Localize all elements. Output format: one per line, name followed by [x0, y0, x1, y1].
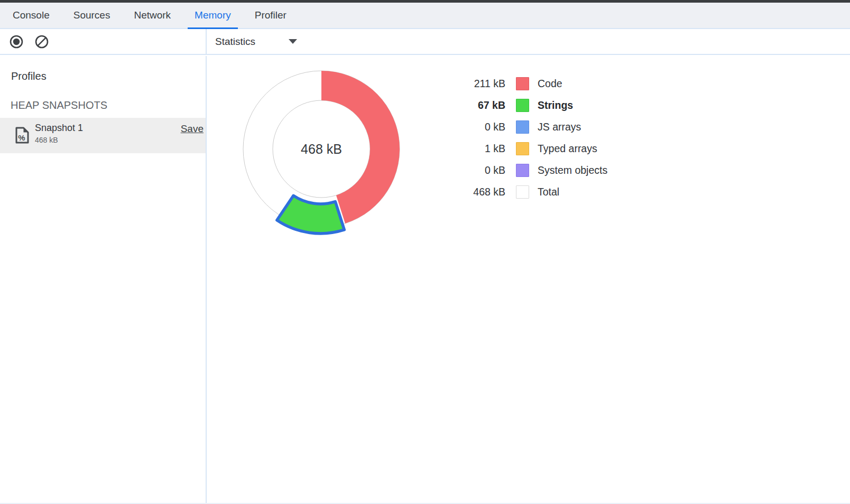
snapshot-size: 468 kB: [35, 136, 58, 144]
save-link[interactable]: Save: [181, 123, 204, 135]
legend-row-js-arrays[interactable]: 0 kB JS arrays: [454, 116, 607, 138]
legend-swatch-system-objects: [516, 164, 529, 177]
legend-swatch-typed-arrays: [516, 142, 529, 155]
legend-label: Code: [538, 78, 562, 90]
profiles-sidebar: Profiles HEAP SNAPSHOTS % Snapshot 1 468…: [0, 56, 207, 503]
snapshot-list-item[interactable]: % Snapshot 1 468 kB Save: [0, 118, 206, 153]
legend-label: System objects: [538, 164, 607, 176]
clear-icon[interactable]: [34, 34, 49, 49]
legend-value: 1 kB: [454, 143, 505, 155]
heap-snapshots-section-heading: HEAP SNAPSHOTS: [11, 99, 107, 111]
tab-memory[interactable]: Memory: [188, 3, 238, 28]
legend-swatch-total: [516, 185, 529, 199]
memory-toolbar: Statistics: [0, 29, 850, 55]
legend-swatch-code: [516, 77, 529, 90]
panel-content: Profiles HEAP SNAPSHOTS % Snapshot 1 468…: [0, 56, 850, 503]
legend-value: 67 kB: [454, 99, 505, 111]
legend-row-total[interactable]: 468 kB Total: [454, 181, 607, 203]
tab-sources[interactable]: Sources: [67, 3, 117, 28]
legend-label: Strings: [538, 99, 573, 111]
tab-profiler[interactable]: Profiler: [248, 3, 293, 28]
legend-swatch-strings: [516, 99, 529, 112]
legend-row-system-objects[interactable]: 0 kB System objects: [454, 160, 607, 181]
legend-label: Typed arrays: [538, 143, 597, 155]
sidebar-heading: Profiles: [11, 70, 47, 82]
perspective-select[interactable]: Statistics: [215, 36, 297, 48]
record-icon[interactable]: [9, 34, 24, 49]
donut-chart[interactable]: [221, 49, 422, 249]
legend-value: 0 kB: [454, 164, 505, 176]
svg-text:%: %: [18, 133, 25, 142]
snapshot-title: Snapshot 1: [35, 123, 83, 134]
devtools-tabbar: Console Sources Network Memory Profiler: [0, 3, 850, 29]
statistics-view: 468 kB 211 kB Code 67 kB Strings 0 kB JS…: [207, 56, 850, 503]
heap-snapshot-file-icon: %: [15, 126, 30, 144]
legend-row-code[interactable]: 211 kB Code: [454, 73, 607, 95]
tab-network[interactable]: Network: [127, 3, 178, 28]
profile-actions: [0, 29, 207, 54]
legend-label: Total: [538, 186, 559, 198]
legend-label: JS arrays: [538, 121, 581, 133]
legend-value: 211 kB: [454, 78, 505, 90]
chart-legend: 211 kB Code 67 kB Strings 0 kB JS arrays…: [454, 73, 607, 203]
legend-value: 468 kB: [454, 186, 505, 198]
legend-swatch-js-arrays: [516, 120, 529, 134]
legend-row-strings[interactable]: 67 kB Strings: [454, 95, 607, 116]
legend-row-typed-arrays[interactable]: 1 kB Typed arrays: [454, 138, 607, 160]
legend-value: 0 kB: [454, 121, 505, 133]
perspective-select-value: Statistics: [215, 36, 255, 48]
chevron-down-icon: [289, 39, 297, 44]
tab-console[interactable]: Console: [6, 3, 57, 28]
